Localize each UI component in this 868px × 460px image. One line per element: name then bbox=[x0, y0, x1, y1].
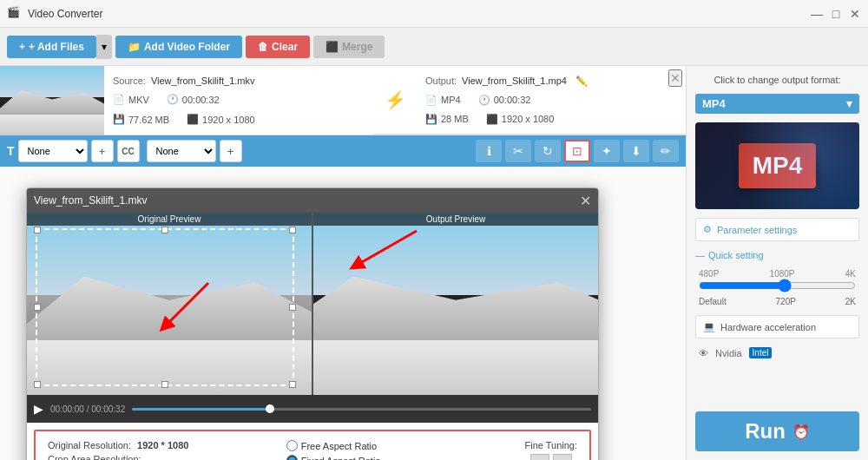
add-audio-button[interactable]: + bbox=[220, 140, 242, 162]
handle-middle-left[interactable] bbox=[34, 304, 41, 311]
format-name: MP4 bbox=[702, 97, 726, 110]
maximize-button[interactable]: □ bbox=[830, 8, 842, 20]
quality-slider-container: 480P 1080P 4K Default 720P 2K bbox=[695, 269, 859, 306]
quality-labels-bottom: Default 720P 2K bbox=[699, 297, 856, 306]
timer-icon: ⏰ bbox=[792, 424, 810, 440]
original-res-value: 1920 * 1080 bbox=[137, 440, 188, 450]
enhance-button[interactable]: ✦ bbox=[594, 140, 620, 162]
source-resolution: ⬛ 1920 x 1080 bbox=[187, 114, 255, 125]
crop-area-label: Crop Area Resolution: bbox=[48, 454, 269, 460]
source-duration: 🕐 00:00:32 bbox=[167, 94, 220, 105]
text-T-icon: T bbox=[7, 144, 15, 158]
original-res-label: Original Resolution: 1920 * 1080 bbox=[48, 440, 269, 450]
handle-bottom-right[interactable] bbox=[289, 381, 296, 388]
watermark-button[interactable]: ⬇ bbox=[623, 140, 649, 162]
info-button[interactable]: ℹ bbox=[476, 140, 502, 162]
run-button[interactable]: Run ⏰ bbox=[695, 411, 859, 451]
subtitle-select[interactable]: None bbox=[18, 140, 88, 162]
handle-bottom-middle[interactable] bbox=[161, 381, 168, 388]
fine-tune-up[interactable]: ▲ bbox=[530, 454, 549, 460]
handle-middle-right[interactable] bbox=[289, 304, 296, 311]
crop-modal-close[interactable]: ✕ bbox=[580, 193, 591, 209]
merge-button[interactable]: ⬛ Merge bbox=[313, 36, 385, 58]
output-resolution: ⬛ 1920 x 1080 bbox=[486, 114, 555, 125]
add-files-button[interactable]: + + Add Files bbox=[7, 36, 96, 58]
size-icon: 💾 bbox=[113, 114, 125, 125]
format-selector[interactable]: MP4 ▾ bbox=[695, 94, 859, 114]
crop-selection-box[interactable] bbox=[36, 228, 294, 386]
hardware-acceleration-button[interactable]: 💻 Hardware acceleration bbox=[695, 315, 859, 338]
output-size-icon: 💾 bbox=[425, 114, 437, 125]
minimize-button[interactable]: — bbox=[811, 8, 823, 20]
handle-top-left[interactable] bbox=[34, 227, 41, 233]
output-preview-panel: Output Preview bbox=[313, 213, 598, 395]
handle-bottom-left[interactable] bbox=[34, 381, 41, 388]
folder-icon: 📁 bbox=[128, 41, 141, 53]
free-aspect-option[interactable]: Free Aspect Ratio bbox=[286, 440, 508, 451]
output-preview-image bbox=[313, 213, 598, 395]
source-meta: 📄 MKV 🕐 00:00:32 bbox=[113, 94, 365, 105]
output-duration: 🕐 00:00:32 bbox=[478, 95, 531, 106]
intel-badge: Intel bbox=[749, 347, 773, 358]
clear-button[interactable]: 🗑 Clear bbox=[246, 36, 310, 58]
crop-modal-title: View_from_Skilift_1.mkv bbox=[34, 194, 580, 207]
fine-tune-left[interactable]: ◀ bbox=[553, 454, 572, 460]
fixed-aspect-option[interactable]: Fixed Aspect Ratio bbox=[286, 455, 508, 460]
preview-bg bbox=[695, 122, 859, 209]
output-info: ✕ Output: View_from_Skilift_1.mp4 ✏️ 📄 M… bbox=[417, 66, 686, 135]
audio-select[interactable]: None bbox=[147, 140, 216, 162]
vertical-controls: ▲ ▼ bbox=[530, 454, 549, 460]
free-aspect-radio[interactable] bbox=[286, 440, 298, 451]
cc-button[interactable]: CC bbox=[117, 140, 140, 162]
res-icon: ⬛ bbox=[187, 114, 199, 125]
remove-output-button[interactable]: ✕ bbox=[668, 69, 682, 87]
add-folder-button[interactable]: 📁 Add Video Folder bbox=[115, 36, 242, 58]
app-title: Video Converter bbox=[28, 8, 811, 20]
source-meta2: 💾 77.62 MB ⬛ 1920 x 1080 bbox=[113, 114, 365, 125]
progress-fill bbox=[132, 408, 270, 411]
add-subtitle-button[interactable]: + bbox=[91, 140, 114, 162]
handle-top-middle[interactable] bbox=[161, 227, 168, 233]
output-meta: 📄 MP4 🕐 00:00:32 bbox=[425, 95, 677, 106]
parameter-settings-button[interactable]: ⚙ Parameter settings bbox=[695, 218, 859, 241]
title-bar: 🎬 Video Converter — □ ✕ bbox=[0, 0, 868, 28]
source-format: 📄 MKV bbox=[113, 94, 149, 105]
merge-icon: ⬛ bbox=[326, 41, 339, 53]
aspect-radio-group: Free Aspect Ratio Fixed Aspect Ratio 4:3… bbox=[286, 440, 508, 460]
settings-icon: ⚙ bbox=[703, 224, 712, 235]
output-preview-label: Output Preview bbox=[313, 213, 598, 226]
crop-modal-header: View_from_Skilift_1.mkv ✕ bbox=[27, 188, 598, 213]
crop-previews: Original Preview bbox=[27, 213, 598, 395]
output-label: Output: bbox=[425, 76, 457, 86]
video-icon: 📄 bbox=[113, 94, 125, 105]
trash-icon: 🗑 bbox=[258, 41, 268, 53]
close-button[interactable]: ✕ bbox=[849, 8, 861, 20]
convert-arrow: ⚡ bbox=[373, 66, 417, 135]
progress-bar[interactable] bbox=[132, 408, 591, 411]
thumbnail-scene bbox=[0, 66, 104, 135]
right-arrow-icon: ⚡ bbox=[385, 89, 406, 110]
output-filename: View_from_Skilift_1.mp4 bbox=[462, 76, 567, 86]
output-ski-scene bbox=[313, 213, 598, 395]
quick-icon: — bbox=[695, 250, 705, 260]
quality-slider[interactable] bbox=[699, 279, 856, 292]
aspect-ratio-settings: Free Aspect Ratio Fixed Aspect Ratio 4:3… bbox=[286, 440, 508, 460]
crop-button[interactable]: ⊡ bbox=[564, 140, 590, 162]
eye-icon: 👁 bbox=[699, 348, 708, 358]
cut-button[interactable]: ✂ bbox=[505, 140, 531, 162]
cpu-icon: 💻 bbox=[703, 321, 715, 332]
handle-top-right[interactable] bbox=[289, 227, 296, 233]
fine-tuning-settings: Fine Tuning: ▲ ▼ ◀ ▶ bbox=[524, 440, 577, 460]
original-preview-panel: Original Preview bbox=[27, 213, 312, 395]
add-files-dropdown[interactable]: ▾ bbox=[96, 35, 112, 59]
edit-icon[interactable]: ✏️ bbox=[575, 76, 588, 87]
format-preview: MP4 bbox=[695, 122, 859, 209]
quality-labels-top: 480P 1080P 4K bbox=[699, 269, 856, 279]
play-button[interactable]: ▶ bbox=[34, 402, 43, 416]
output-clock-icon: 🕐 bbox=[478, 95, 490, 106]
effects-button[interactable]: ✏ bbox=[653, 140, 679, 162]
rotate-button[interactable]: ↻ bbox=[535, 140, 561, 162]
fine-tuning-controls: ▲ ▼ ◀ ▶ bbox=[530, 454, 572, 460]
fixed-aspect-radio[interactable] bbox=[286, 455, 298, 460]
progress-thumb[interactable] bbox=[266, 404, 274, 413]
